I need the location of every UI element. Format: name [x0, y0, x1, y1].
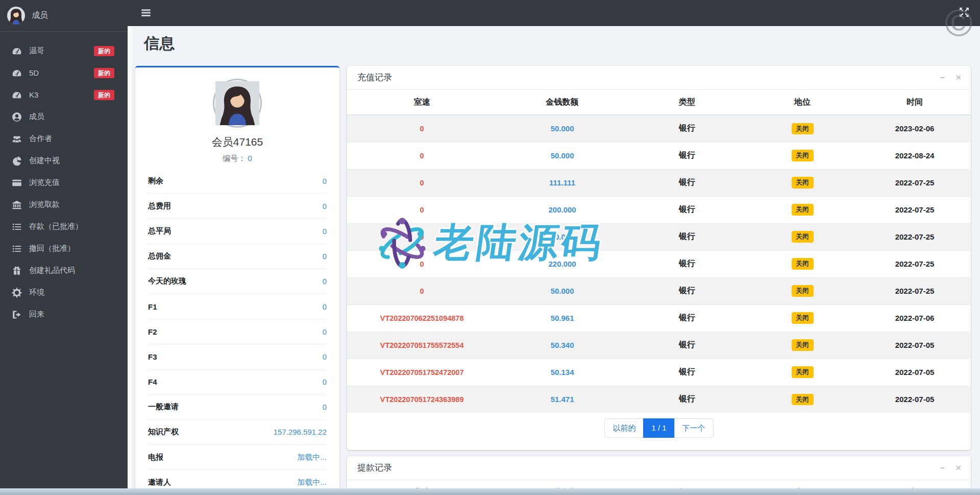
- page-title: 信息: [144, 33, 175, 54]
- gift-icon: [12, 266, 22, 276]
- sidebar-item-label: 创建中视: [29, 156, 120, 166]
- fullscreen-icon[interactable]: [959, 7, 970, 18]
- list-icon: [12, 244, 22, 254]
- close-icon[interactable]: ✕: [955, 463, 962, 472]
- pagination: 以前的 1 / 1 下一个: [347, 418, 971, 438]
- recharge-card-title: 充值记录: [357, 73, 392, 82]
- topbar: [128, 0, 980, 26]
- profile-card: 会员47165 编号：0 剩余0总费用0总平局0总佣金0今天的玫瑰0F10F20…: [135, 66, 339, 495]
- new-badge: 新的: [94, 68, 114, 78]
- profile-field-value: 0: [323, 403, 327, 411]
- sidebar-scrollbar[interactable]: [128, 26, 132, 488]
- profile-field-label: 剩余: [148, 176, 163, 186]
- tachometer-icon: [12, 46, 22, 56]
- list-icon: [12, 222, 22, 232]
- sidebar-item-label: 浏览取款: [29, 200, 120, 209]
- sidebar-item-member[interactable]: 成员: [0, 106, 128, 128]
- collapse-icon[interactable]: −: [940, 73, 945, 82]
- sidebar-item-create-gift-code[interactable]: 创建礼品代码: [0, 260, 128, 281]
- sidebar-item-label: K3: [29, 90, 94, 99]
- close-icon[interactable]: ✕: [955, 73, 962, 82]
- card-tools: − ✕: [932, 66, 962, 89]
- profile-field-row: 电报加载中...: [148, 445, 327, 470]
- sidebar-item-partner[interactable]: 合作者: [0, 128, 128, 150]
- profile-field-value: 0: [323, 177, 327, 185]
- sidebar-item-wenge[interactable]: 温哥新的: [0, 40, 128, 62]
- profile-field-value: 0: [323, 327, 327, 336]
- table-row: VT20220705175247200750.134银行关闭2022-07-05: [347, 359, 971, 386]
- table-row: 050.000银行关闭2023-02-06: [347, 115, 971, 142]
- profile-field-label: F4: [148, 378, 157, 386]
- column-header: 金钱数额: [497, 90, 628, 115]
- profile-field-row: F10: [148, 294, 327, 319]
- sidebar-item-back[interactable]: 回来: [0, 303, 128, 325]
- sidebar-item-label: 存款（已批准）: [29, 222, 120, 231]
- tachometer-icon: [12, 90, 22, 100]
- profile-field-row: 总佣金0: [148, 244, 327, 269]
- menu-toggle-icon[interactable]: [141, 8, 151, 18]
- sidebar-item-label: 撤回（批准）: [29, 244, 120, 253]
- card-tools: − ✕: [932, 456, 962, 480]
- sidebar-user-panel[interactable]: 成员: [0, 0, 128, 32]
- profile-field-value: 加载中...: [297, 453, 327, 462]
- profile-field-label: F1: [148, 302, 157, 311]
- status-badge: 关闭: [792, 394, 814, 406]
- collapse-icon[interactable]: −: [940, 463, 945, 472]
- column-header: 时间: [859, 90, 971, 115]
- status-badge: 关闭: [792, 366, 814, 378]
- sidebar-item-withdraw-approved[interactable]: 撤回（批准）: [0, 238, 128, 260]
- bank-icon: [12, 200, 22, 210]
- status-badge: 关闭: [792, 258, 814, 270]
- pagination-next-button[interactable]: 下一个: [674, 418, 714, 438]
- status-badge: 关闭: [792, 231, 814, 243]
- sidebar-item-k3[interactable]: K3新的: [0, 84, 128, 106]
- profile-head: 会员47165 编号：0: [135, 67, 339, 169]
- sidebar-item-5d[interactable]: 5D新的: [0, 62, 128, 84]
- sidebar-item-label: 浏览充值: [29, 178, 120, 187]
- profile-field-row: 知识产权157.296.591.22: [148, 420, 327, 445]
- profile-field-value: 0: [323, 277, 327, 286]
- pagination-current-page[interactable]: 1 / 1: [643, 418, 674, 438]
- horizontal-scrollbar[interactable]: [0, 488, 980, 495]
- recharge-records-card: 充值记录 − ✕ 室速金钱数额类型地位时间 050.000银行关闭2023-02…: [347, 66, 971, 450]
- screen: 成员 温哥新的5D新的K3新的成员合作者创建中视浏览充值浏览取款存款（已批准）撤…: [0, 0, 980, 495]
- profile-field-label: 知识产权: [148, 427, 179, 437]
- sidebar-item-create-video[interactable]: 创建中视: [0, 150, 128, 172]
- recharge-table: 室速金钱数额类型地位时间 050.000银行关闭2023-02-06050.00…: [347, 90, 971, 413]
- profile-field-row: F30: [148, 344, 327, 369]
- credit-card-icon: [12, 178, 22, 188]
- status-badge: 关闭: [792, 150, 814, 161]
- profile-field-value: 0: [323, 252, 327, 261]
- user-icon: [12, 112, 22, 122]
- profile-field-label: 今天的玫瑰: [148, 276, 186, 286]
- profile-field-value: 0: [323, 352, 327, 361]
- sidebar-item-browse-withdraw[interactable]: 浏览取款: [0, 194, 128, 216]
- sign-out-icon: [12, 310, 22, 320]
- sidebar-item-environment[interactable]: 环境: [0, 281, 128, 303]
- sidebar-item-label: 创建礼品代码: [29, 266, 120, 275]
- sidebar-item-label: 成员: [29, 112, 120, 122]
- sidebar-item-browse-recharge[interactable]: 浏览充值: [0, 172, 128, 194]
- member-id-value[interactable]: 0: [248, 154, 252, 162]
- sidebar-item-deposit-approved[interactable]: 存款（已批准）: [0, 216, 128, 238]
- member-avatar: [213, 79, 262, 128]
- new-badge: 新的: [94, 46, 114, 56]
- profile-field-label: 总费用: [148, 201, 171, 211]
- profile-field-row: 总费用0: [148, 194, 327, 219]
- pagination-prev-button[interactable]: 以前的: [604, 418, 644, 438]
- recharge-card-header: 充值记录 − ✕: [347, 66, 971, 90]
- status-badge: 关闭: [792, 177, 814, 188]
- table-row: 0200.000银行关闭2022-07-25: [347, 196, 971, 223]
- profile-field-row: 总平局0: [148, 219, 327, 244]
- profile-field-value: 加载中...: [297, 478, 327, 487]
- profile-field-list: 剩余0总费用0总平局0总佣金0今天的玫瑰0F10F20F30F40一般邀请0知识…: [135, 169, 339, 495]
- table-row: 050.000银行关闭2022-07-25: [347, 223, 971, 250]
- status-badge: 关闭: [792, 204, 814, 216]
- tachometer-icon: [12, 68, 22, 78]
- profile-field-row: F20: [148, 319, 327, 344]
- column-header: 室速: [347, 90, 497, 115]
- member-id: 编号：0: [135, 154, 339, 163]
- column-header: 地位: [746, 90, 859, 115]
- table-row: VT20220706225109487850.961银行关闭2022-07-06: [347, 304, 971, 332]
- profile-field-value: 0: [323, 202, 327, 210]
